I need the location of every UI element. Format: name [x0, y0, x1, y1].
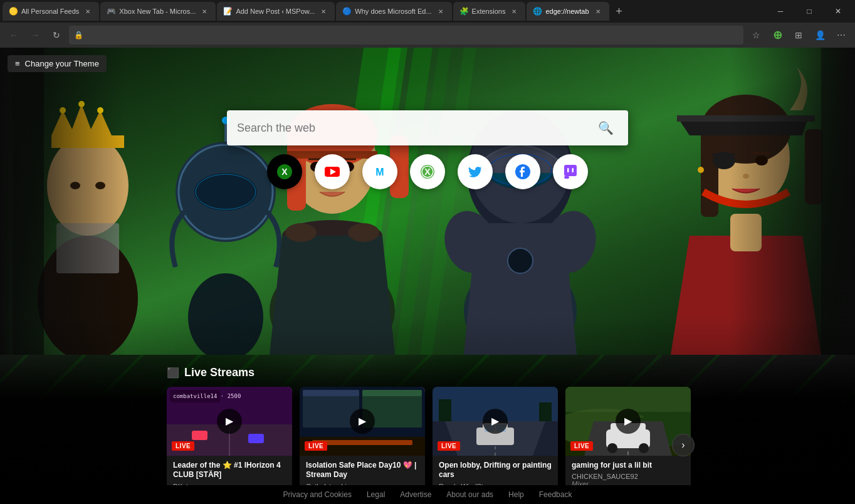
collections-icon: ⊞ [795, 30, 802, 40]
search-button[interactable]: 🔍 [593, 115, 618, 140]
svg-text:X: X [281, 167, 288, 177]
stream-thumb-2: LIVE ▶ [300, 387, 425, 456]
hero-scene [0, 48, 855, 355]
tab-4[interactable]: 🔵 Why does Microsoft Ed... ✕ [336, 2, 451, 21]
stream-2-play-button[interactable]: ▶ [350, 409, 375, 434]
minimize-icon: ─ [778, 7, 784, 16]
tab-2-favicon: 🎮 [107, 7, 115, 16]
quick-link-mixer[interactable]: M [362, 154, 397, 189]
quick-link-twitch[interactable] [553, 154, 588, 189]
tab-5-title: Extensions [472, 8, 506, 15]
twitter-icon [466, 163, 484, 181]
tab-2[interactable]: 🎮 Xbox New Tab - Micros... ✕ [100, 2, 216, 21]
svg-rect-107 [539, 402, 552, 421]
url-input[interactable] [87, 31, 738, 40]
quick-link-youtube[interactable] [315, 154, 350, 189]
settings-button[interactable]: ⋯ [832, 26, 850, 44]
tab-2-title: Xbox New Tab - Micros... [119, 8, 196, 15]
search-icon: 🔍 [598, 120, 614, 135]
hamburger-icon: ≡ [15, 59, 20, 68]
forward-button[interactable]: → [26, 26, 44, 44]
refresh-icon: ↻ [53, 30, 60, 40]
back-icon: ← [9, 30, 18, 40]
footer-privacy[interactable]: Privacy and Cookies [283, 490, 352, 499]
stream-thumb-1: combatville14 · 2500 LIVE ▶ [167, 387, 292, 456]
live-streams-section: ⬛ Live Streams combatville14 · 2500 [0, 354, 855, 504]
stream-4-play-button[interactable]: ▶ [616, 409, 641, 434]
svg-point-117 [639, 443, 649, 453]
quick-links: X M X [267, 154, 588, 189]
favorites-button[interactable]: ☆ [747, 26, 765, 44]
stream-thumb-3: LIVE ▶ [433, 387, 558, 456]
theme-button[interactable]: ≡ Change your Theme [8, 55, 107, 72]
stream-3-title: Open lobby, Drifting or painting cars [439, 461, 552, 480]
maximize-button[interactable]: □ [795, 0, 824, 23]
quick-link-xbox-pass[interactable]: X [267, 154, 302, 189]
footer-feedback[interactable]: Feedback [539, 490, 572, 499]
stream-4-channel: CHICKEN_SAUCE92 [572, 473, 685, 480]
back-button[interactable]: ← [5, 26, 23, 44]
svg-rect-67 [730, 48, 855, 355]
maximize-icon: □ [807, 7, 811, 16]
tab-1-favicon: 🟡 [9, 7, 18, 16]
svg-point-116 [607, 443, 617, 453]
window-controls: ─ □ ✕ [766, 0, 852, 23]
svg-point-64 [698, 167, 704, 173]
new-tab-button[interactable]: + [611, 3, 628, 20]
svg-rect-79 [572, 168, 574, 172]
new-tab-icon: + [616, 5, 622, 18]
star-icon: ☆ [752, 30, 760, 40]
tab-4-close[interactable]: ✕ [436, 6, 446, 16]
tab-1[interactable]: 🟡 All Personal Feeds ✕ [3, 2, 99, 21]
close-button[interactable]: ✕ [824, 0, 852, 23]
profile-button[interactable]: 👤 [811, 26, 829, 44]
stream-4-live-badge: LIVE [570, 441, 593, 451]
footer-advertise[interactable]: Advertise [400, 490, 431, 499]
svg-rect-94 [362, 390, 422, 396]
quick-link-twitter[interactable] [458, 154, 493, 189]
xbox-icon: X [419, 163, 436, 181]
svg-rect-106 [439, 399, 451, 421]
close-icon: ✕ [835, 7, 841, 16]
browser-chrome: 🟡 All Personal Feeds ✕ 🎮 Xbox New Tab - … [0, 0, 855, 48]
tab-6[interactable]: 🌐 edge://newtab ✕ [527, 2, 609, 21]
scroll-right-button[interactable]: › [672, 434, 695, 456]
theme-button-label: Change your Theme [25, 59, 99, 68]
tab-4-favicon: 🔵 [342, 7, 351, 16]
tab-5[interactable]: 🧩 Extensions ✕ [453, 2, 526, 21]
footer-about-ads[interactable]: About our ads [446, 490, 493, 499]
footer-legal[interactable]: Legal [367, 490, 385, 499]
collections-button[interactable]: ⊞ [790, 26, 807, 44]
xbox-toolbar-button[interactable]: ⊕ [768, 26, 786, 44]
search-box: 🔍 [227, 110, 628, 145]
tab-5-close[interactable]: ✕ [509, 6, 519, 16]
tab-3[interactable]: 📝 Add New Post ‹ MSPow... ✕ [217, 2, 335, 21]
tab-3-title: Add New Post ‹ MSPow... [236, 8, 315, 15]
tab-1-title: All Personal Feeds [21, 8, 79, 15]
svg-rect-78 [567, 168, 569, 172]
tab-1-close[interactable]: ✕ [83, 6, 93, 16]
profile-icon: 👤 [815, 30, 826, 40]
svg-rect-80 [564, 176, 569, 179]
stream-1-play-button[interactable]: ▶ [217, 409, 242, 434]
svg-text:X: X [424, 167, 431, 177]
stream-3-play-button[interactable]: ▶ [483, 409, 508, 434]
page-content: ≡ Change your Theme 🔍 X M [0, 48, 855, 504]
chevron-right-icon: › [681, 439, 685, 451]
svg-point-39 [348, 223, 379, 242]
search-input[interactable] [237, 122, 593, 135]
url-bar: 🔒 [69, 26, 743, 45]
more-icon: ⋯ [837, 30, 846, 40]
stream-1-title: Leader of the ⭐ #1 IHorizon 4 CLUB [STÄR… [173, 461, 286, 480]
tab-3-close[interactable]: ✕ [318, 6, 328, 16]
stream-2-live-badge: LIVE [305, 441, 327, 451]
footer: Privacy and Cookies Legal Advertise Abou… [0, 485, 855, 504]
footer-help[interactable]: Help [508, 490, 524, 499]
refresh-button[interactable]: ↻ [48, 26, 65, 44]
tab-2-close[interactable]: ✕ [199, 6, 209, 16]
quick-link-facebook[interactable] [505, 154, 540, 189]
quick-link-xbox[interactable]: X [410, 154, 445, 189]
svg-rect-92 [303, 390, 359, 396]
minimize-button[interactable]: ─ [766, 0, 795, 23]
tab-6-close[interactable]: ✕ [593, 6, 603, 16]
